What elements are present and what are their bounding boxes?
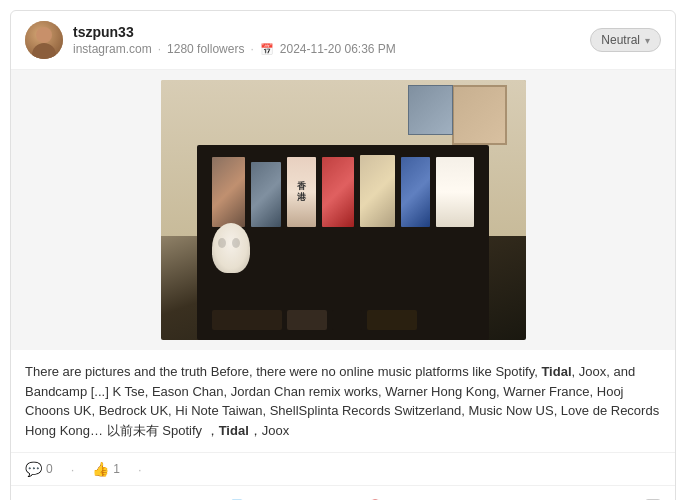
shelf-middle-row [212, 223, 475, 273]
record-4 [322, 157, 354, 227]
image-container [11, 70, 675, 350]
post-header: tszpun33 instagram.com · 1280 followers … [11, 11, 675, 70]
meta-row: instagram.com · 1280 followers · 📅 2024-… [73, 42, 580, 56]
avatar-image [25, 21, 63, 59]
mute-button[interactable]: 🔇 Mute site [357, 494, 447, 500]
shelf-scene [161, 80, 526, 340]
bold-tidal-1: Tidal [541, 364, 571, 379]
comment-count: 0 [46, 462, 53, 476]
record-1 [212, 157, 245, 227]
delete-button[interactable]: 🗑 Delete [147, 494, 220, 500]
chevron-down-icon: ▾ [645, 35, 650, 46]
shelf-unit [197, 145, 489, 340]
avatar [25, 21, 63, 59]
bottom-item-2 [287, 310, 327, 330]
post-card: tszpun33 instagram.com · 1280 followers … [10, 10, 676, 500]
post-datetime: 2024-11-20 06:36 PM [280, 42, 396, 56]
post-text: There are pictures and the truth Before,… [11, 350, 675, 453]
comment-icon: 💬 [25, 461, 42, 477]
sentiment-label: Neutral [601, 33, 640, 47]
separator-2: · [250, 42, 253, 56]
bold-tidal-2: Tidal [219, 423, 249, 438]
frame-1 [452, 85, 507, 145]
mask-item [212, 223, 250, 273]
actions-bar: 💬 0 · 👍 1 · [11, 453, 675, 486]
text-part-3: ，Joox [249, 423, 289, 438]
shelf-top-row [212, 155, 475, 227]
followers-count: 1280 followers [167, 42, 244, 56]
like-icon: 👍 [92, 461, 109, 477]
actions-separator-2: · [138, 462, 142, 477]
comment-action: 💬 0 [25, 461, 53, 477]
record-3 [287, 157, 315, 227]
text-part-1: There are pictures and the truth Before,… [25, 364, 541, 379]
post-image [161, 80, 526, 340]
bottom-item-3 [332, 310, 362, 330]
like-count: 1 [113, 462, 120, 476]
tags-button[interactable]: 🏷 Tags [83, 494, 146, 500]
record-5 [360, 155, 395, 227]
header-info: tszpun33 instagram.com · 1280 followers … [73, 24, 580, 56]
footer-bar: ↗ Visit 🏷 Tags 🗑 Delete 📄 Add to PDF rep… [11, 486, 675, 500]
source-label: instagram.com [73, 42, 152, 56]
separator-1: · [158, 42, 161, 56]
actions-separator: · [71, 462, 75, 477]
shelf-bottom-row [212, 310, 475, 330]
calendar-icon: 📅 [260, 43, 274, 56]
sentiment-badge[interactable]: Neutral ▾ [590, 28, 661, 52]
like-action: 👍 1 [92, 461, 120, 477]
record-7 [436, 157, 474, 227]
record-2 [251, 162, 282, 227]
username: tszpun33 [73, 24, 580, 40]
record-6 [401, 157, 430, 227]
pdf-button[interactable]: 📄 Add to PDF report [220, 494, 358, 500]
bottom-item-1 [212, 310, 282, 330]
visit-button[interactable]: ↗ Visit [25, 494, 83, 500]
bottom-item-4 [367, 310, 417, 330]
frame-2 [408, 85, 453, 135]
